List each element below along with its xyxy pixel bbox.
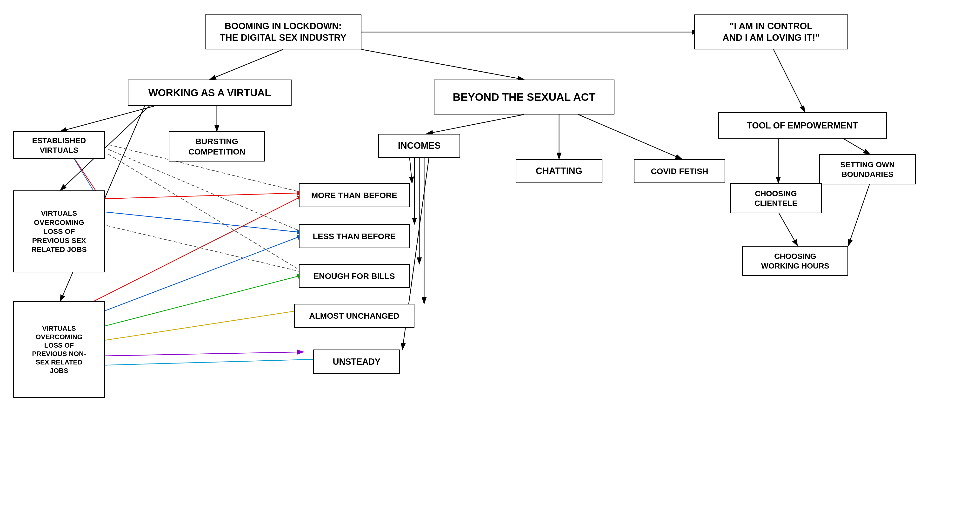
diagram: BOOMING IN LOCKDOWN: THE DIGITAL SEX IND… — [0, 0, 980, 505]
node-choosing-hours: CHOOSING WORKING HOURS — [742, 246, 848, 276]
node-virtuals-nonsex: VIRTUALS OVERCOMING LOSS OF PREVIOUS NON… — [13, 301, 105, 398]
node-covid-fetish-label: COVID FETISH — [651, 166, 708, 177]
svg-line-7 — [361, 49, 524, 80]
node-beyond-label: BEYOND THE SEXUAL ACT — [453, 91, 596, 104]
node-enough-label: ENOUGH FOR BILLS — [313, 271, 395, 281]
node-virtuals-nonsex-label: VIRTUALS OVERCOMING LOSS OF PREVIOUS NON… — [32, 324, 86, 375]
node-covid-fetish: COVID FETISH — [634, 159, 725, 183]
node-tool-empowerment-label: TOOL OF EMPOWERMENT — [747, 120, 858, 131]
svg-line-6 — [210, 49, 283, 80]
node-beyond: BEYOND THE SEXUAL ACT — [434, 80, 614, 115]
svg-line-27 — [108, 150, 304, 233]
node-bursting-label: BURSTING COMPETITION — [188, 136, 245, 157]
node-incomes-label: INCOMES — [398, 140, 441, 151]
node-choosing-hours-label: CHOOSING WORKING HOURS — [761, 252, 829, 271]
node-i-am-in-control-label: "I AM IN CONTROL AND I AM LOVING IT!" — [723, 21, 820, 43]
node-unsteady-label: UNSTEADY — [333, 356, 380, 367]
node-established: ESTABLISHED VIRTUALS — [13, 131, 105, 159]
node-more-than: MORE THAN BEFORE — [299, 183, 410, 207]
node-tool-empowerment: TOOL OF EMPOWERMENT — [718, 112, 887, 139]
svg-line-19 — [778, 212, 798, 246]
node-chatting: CHATTING — [515, 159, 602, 183]
node-setting-own-label: SETTING OWN BOUNDARIES — [840, 160, 895, 179]
node-choosing-clientele-label: CHOOSING CLIENTELE — [754, 189, 797, 208]
node-booming-label: BOOMING IN LOCKDOWN: THE DIGITAL SEX IND… — [220, 21, 346, 43]
node-booming: BOOMING IN LOCKDOWN: THE DIGITAL SEX IND… — [205, 14, 361, 49]
node-incomes: INCOMES — [378, 134, 460, 158]
node-less-than: LESS THAN BEFORE — [299, 224, 410, 248]
node-i-am-in-control: "I AM IN CONTROL AND I AM LOVING IT!" — [694, 14, 848, 49]
node-working-virtual-label: WORKING AS A VIRTUAL — [148, 86, 271, 99]
svg-line-9 — [773, 49, 805, 112]
node-less-than-label: LESS THAN BEFORE — [313, 231, 396, 242]
node-virtuals-sex-label: VIRTUALS OVERCOMING LOSS OF PREVIOUS SEX… — [31, 209, 86, 254]
node-established-label: ESTABLISHED VIRTUALS — [32, 136, 86, 155]
node-setting-own: SETTING OWN BOUNDARIES — [819, 154, 916, 185]
svg-line-21 — [410, 158, 412, 183]
svg-line-10 — [60, 106, 154, 131]
node-enough: ENOUGH FOR BILLS — [299, 264, 410, 288]
node-unsteady: UNSTEADY — [313, 349, 400, 374]
node-more-than-label: MORE THAN BEFORE — [311, 190, 397, 201]
node-working-virtual: WORKING AS A VIRTUAL — [128, 80, 291, 106]
svg-line-16 — [578, 115, 682, 159]
node-chatting-label: CHATTING — [536, 166, 582, 177]
node-choosing-clientele: CHOOSING CLIENTELE — [730, 183, 822, 213]
node-virtuals-sex: VIRTUALS OVERCOMING LOSS OF PREVIOUS SEX… — [13, 190, 105, 272]
svg-line-28 — [108, 154, 304, 272]
node-bursting: BURSTING COMPETITION — [169, 131, 265, 161]
svg-line-14 — [426, 115, 524, 134]
svg-line-18 — [843, 139, 870, 154]
svg-line-20 — [848, 183, 870, 246]
node-almost-unchanged: ALMOST UNCHANGED — [294, 304, 414, 328]
node-almost-unchanged-label: ALMOST UNCHANGED — [309, 311, 399, 321]
